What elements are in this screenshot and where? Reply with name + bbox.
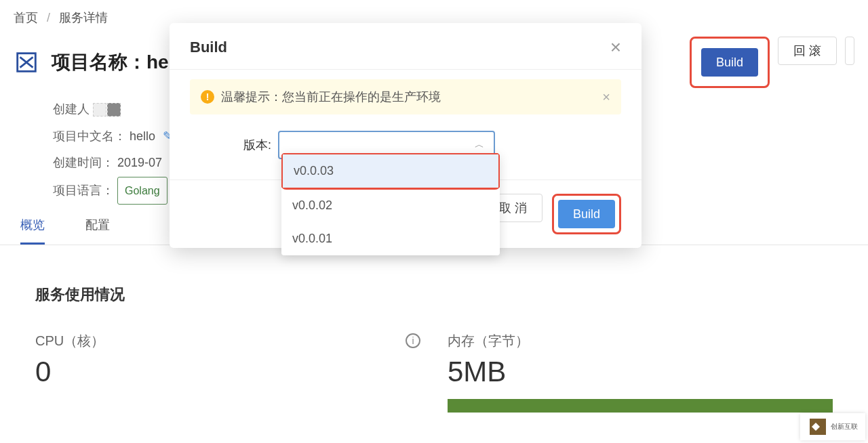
cn-name-value: hello [130,129,155,143]
avatar [93,103,106,117]
version-option[interactable]: v0.0.03 [283,154,498,188]
version-dropdown: v0.0.03 v0.0.02 v0.0.01 [281,153,500,255]
lang-label: 项目语言： [53,184,114,197]
cpu-value: 0 [35,356,420,388]
highlight-build-button: Build [690,37,770,88]
created-label: 创建时间： [53,156,114,169]
modal-build-button[interactable]: Build [558,200,615,228]
warning-icon: ! [201,90,214,104]
modal-title: Build [190,39,227,56]
version-option[interactable]: v0.0.02 [281,189,500,222]
watermark: 创新互联 [800,413,865,440]
mem-value: 5MB [448,356,833,388]
creator-label: 创建人 [53,102,90,116]
panel-title: 服务使用情况 [5,268,863,312]
breadcrumb-sep: / [47,11,50,24]
mem-stat: 内存（字节） 5MB [448,332,833,413]
breadcrumb-home[interactable]: 首页 [14,11,38,24]
highlight-modal-build: Build [552,194,621,234]
rollback-button[interactable]: 回 滚 [778,37,837,65]
alert-text: 温馨提示：您当前正在操作的是生产环境 [221,89,441,105]
more-button[interactable] [845,37,854,65]
tab-config[interactable]: 配置 [85,217,110,245]
created-value: 2019-07 [117,156,162,169]
lang-tag: Golang [117,177,167,205]
mem-label: 内存（字节） [448,332,529,350]
close-icon[interactable]: × [610,38,621,57]
avatar [107,103,121,117]
cpu-stat: CPU（核） i 0 [35,332,420,413]
alert-close-icon[interactable]: × [602,89,610,105]
version-option[interactable]: v0.0.01 [281,222,500,255]
cn-name-label: 项目中文名： [53,129,126,143]
project-logo [14,49,39,75]
breadcrumb-detail: 服务详情 [59,11,108,24]
mem-usage-bar [448,399,833,413]
cpu-label: CPU（核） [35,332,104,350]
usage-panel: 服务使用情况 CPU（核） i 0 内存（字节） 5MB [5,268,863,413]
alert-banner: ! 温馨提示：您当前正在操作的是生产环境 × [190,79,621,114]
tab-overview[interactable]: 概览 [20,217,45,245]
info-icon[interactable]: i [406,333,420,348]
chevron-up-icon: ︿ [475,139,484,151]
highlight-option: v0.0.03 [281,153,500,190]
build-button[interactable]: Build [701,48,758,77]
version-label: 版本: [190,137,278,153]
